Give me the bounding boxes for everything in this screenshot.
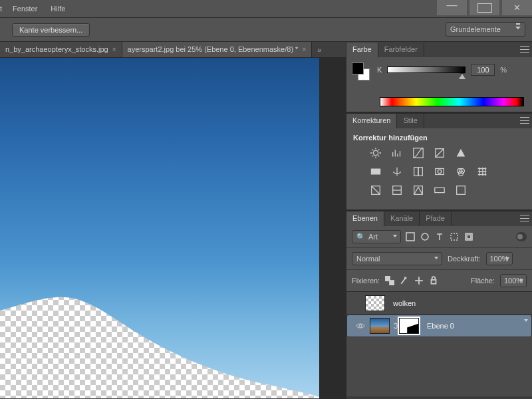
layer-thumbnail[interactable] <box>365 295 385 311</box>
svg-point-19 <box>422 233 428 240</box>
spectrum-ramp[interactable] <box>380 97 524 106</box>
adjustments-title: Korrektur hinzufügen <box>353 134 525 142</box>
filter-smart-icon[interactable] <box>464 231 474 242</box>
canvas-padding <box>319 58 346 399</box>
panel-dock: Farbe Farbfelder K % <box>346 42 532 399</box>
k-value-input[interactable] <box>471 64 495 76</box>
adjustments-panel: Korrekturen Stile Korrektur hinzufügen <box>346 114 532 210</box>
tab-swatches[interactable]: Farbfelder <box>378 43 424 57</box>
tab-layers[interactable]: Ebenen <box>346 211 384 226</box>
lock-transparency-icon[interactable] <box>385 275 394 286</box>
color-balance-icon[interactable] <box>390 166 404 178</box>
workspace-selector[interactable]: Grundelemente <box>446 22 525 37</box>
lock-pixels-icon[interactable] <box>400 275 409 286</box>
opacity-input[interactable]: 100% <box>486 252 513 265</box>
svg-point-26 <box>359 325 362 327</box>
fill-input[interactable]: 100% <box>500 274 527 287</box>
posterize-icon[interactable] <box>390 184 404 196</box>
filter-type-icon[interactable] <box>434 231 445 242</box>
tab-adjustments[interactable]: Korrekturen <box>346 114 397 128</box>
close-icon[interactable]: × <box>302 46 306 53</box>
gradient-map-icon[interactable] <box>433 184 446 196</box>
fg-bg-swatches[interactable] <box>352 63 370 81</box>
tab-styles[interactable]: Stile <box>397 114 424 128</box>
layer-thumbnail[interactable] <box>370 318 390 334</box>
close-button[interactable]: ✕ <box>502 0 532 15</box>
blend-mode-select[interactable]: Normal <box>352 252 442 265</box>
panel-menu-icon[interactable] <box>520 117 529 124</box>
svg-rect-23 <box>385 276 390 281</box>
tab-paths[interactable]: Pfade <box>420 211 452 226</box>
filter-adjust-icon[interactable] <box>420 231 430 242</box>
workspace-label: Grundelemente <box>450 25 501 33</box>
tab-color[interactable]: Farbe <box>346 43 378 57</box>
layer-row-selected[interactable]: Ebene 0 <box>346 315 532 337</box>
mask-link-icon[interactable] <box>392 323 399 329</box>
masked-transparency <box>0 279 319 398</box>
curves-icon[interactable] <box>412 147 425 159</box>
svg-rect-24 <box>390 281 394 285</box>
window-controls: — ✕ <box>434 0 532 15</box>
document-tabs: n_by_archaeopteryx_stocks.jpg× ayerspart… <box>0 42 346 58</box>
document-area: n_by_archaeopteryx_stocks.jpg× ayerspart… <box>0 42 346 399</box>
menu-truncated[interactable]: t <box>0 1 6 17</box>
filter-toggle[interactable] <box>516 232 527 241</box>
search-icon: 🔍 <box>356 233 366 241</box>
layer-name[interactable]: wolken <box>388 299 416 307</box>
filter-kind-label: Art <box>368 233 378 241</box>
visibility-toggle[interactable] <box>351 323 370 329</box>
svg-rect-6 <box>371 169 380 175</box>
foreground-color[interactable] <box>352 63 364 74</box>
filter-shape-icon[interactable] <box>449 231 460 242</box>
fill-label: Fläche: <box>471 277 495 285</box>
fill-value: 100% <box>504 277 523 285</box>
layer-list-empty <box>346 337 532 399</box>
opacity-value: 100% <box>489 255 508 263</box>
filter-pixel-icon[interactable] <box>405 231 416 242</box>
minimize-button[interactable]: — <box>437 0 467 15</box>
menu-bar: t Fenster Hilfe — ✕ <box>0 0 532 18</box>
hue-sat-icon[interactable] <box>369 166 382 178</box>
layer-name[interactable]: Ebene 0 <box>422 322 454 330</box>
threshold-icon[interactable] <box>412 184 425 196</box>
k-slider[interactable] <box>387 66 466 73</box>
brightness-icon[interactable] <box>369 147 382 159</box>
document-tab-active[interactable]: ayerspart2.jpg bei 25% (Ebene 0, Ebenenm… <box>122 42 313 57</box>
document-tab-inactive[interactable]: n_by_archaeopteryx_stocks.jpg× <box>0 42 122 57</box>
canvas-area[interactable] <box>0 58 346 399</box>
tabs-overflow-icon[interactable]: » <box>312 42 327 57</box>
menu-help[interactable]: Hilfe <box>44 1 72 17</box>
vibrance-icon[interactable] <box>454 147 467 159</box>
filter-kind-select[interactable]: 🔍 Art <box>352 230 401 243</box>
exposure-icon[interactable] <box>433 147 446 159</box>
maximize-button[interactable] <box>469 0 499 15</box>
panel-menu-icon[interactable] <box>520 46 529 53</box>
lock-position-icon[interactable] <box>414 275 424 286</box>
channel-mixer-icon[interactable] <box>454 166 467 178</box>
options-bar: Kante verbessern... Grundelemente <box>0 18 532 42</box>
k-label: K <box>377 66 382 74</box>
status-bar <box>346 396 532 399</box>
svg-rect-22 <box>467 235 471 239</box>
invert-icon[interactable] <box>369 184 382 196</box>
close-icon[interactable]: × <box>112 46 116 53</box>
layer-row[interactable]: wolken <box>346 292 532 315</box>
menu-window[interactable]: Fenster <box>6 1 44 17</box>
layers-panel: Ebenen Kanäle Pfade 🔍 Art Normal Dec <box>346 211 532 399</box>
opacity-label: Deckkraft: <box>448 255 481 263</box>
panel-menu-icon[interactable] <box>520 215 529 221</box>
levels-icon[interactable] <box>390 147 404 159</box>
selective-color-icon[interactable] <box>454 184 467 196</box>
black-white-icon[interactable] <box>412 166 425 178</box>
canvas[interactable] <box>0 58 319 398</box>
layer-list: wolken Ebene 0 <box>346 292 532 399</box>
refine-edge-button[interactable]: Kante verbessern... <box>12 23 90 37</box>
slider-thumb-icon[interactable] <box>459 73 466 79</box>
tab-channels[interactable]: Kanäle <box>384 211 420 226</box>
tab-label: n_by_archaeopteryx_stocks.jpg <box>5 45 108 53</box>
mask-thumbnail[interactable] <box>399 318 419 334</box>
blend-mode-label: Normal <box>356 255 380 263</box>
lock-all-icon[interactable] <box>429 275 438 286</box>
photo-filter-icon[interactable] <box>433 166 446 178</box>
color-lookup-icon[interactable] <box>475 166 489 178</box>
